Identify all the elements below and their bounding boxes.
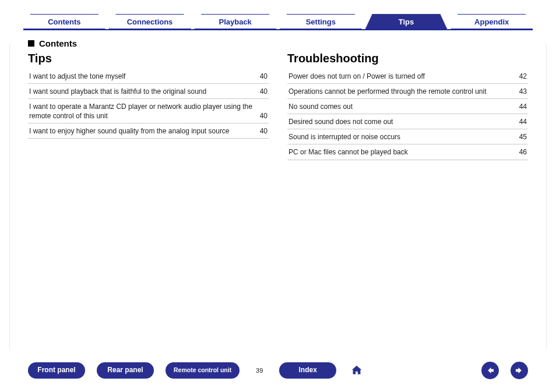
- remote-control-button[interactable]: Remote control unit: [166, 362, 240, 379]
- tips-column: Tips I want to adjust the tone myself 40…: [28, 52, 269, 160]
- tab-contents[interactable]: Contents: [23, 14, 105, 29]
- tab-tips[interactable]: Tips: [365, 14, 448, 29]
- toc-page: 44: [519, 117, 527, 126]
- tab-settings[interactable]: Settings: [280, 14, 362, 29]
- toc-page: 45: [519, 132, 527, 142]
- toc-text: I want sound playback that is faithful t…: [29, 87, 253, 96]
- toc-text: No sound comes out: [288, 102, 512, 111]
- toc-row[interactable]: Operations cannot be performed through t…: [287, 84, 528, 99]
- tab-appendix[interactable]: Appendix: [451, 14, 533, 29]
- toc-page: 40: [260, 72, 268, 81]
- toc-text: Desired sound does not come out: [288, 117, 512, 126]
- toc-row[interactable]: No sound comes out 44: [287, 99, 528, 114]
- arrow-right-icon: [514, 365, 525, 376]
- toc-page: 43: [519, 87, 527, 96]
- toc-text: I want to adjust the tone myself: [29, 72, 253, 81]
- toc-row[interactable]: Power does not turn on / Power is turned…: [287, 69, 528, 84]
- toc-text: Operations cannot be performed through t…: [288, 87, 512, 96]
- contents-label: Contents: [28, 38, 528, 48]
- toc-row[interactable]: I want sound playback that is faithful t…: [28, 84, 269, 99]
- index-button[interactable]: Index: [279, 362, 336, 379]
- contents-label-text: Contents: [39, 38, 77, 48]
- toc-text: Sound is interrupted or noise occurs: [288, 132, 512, 142]
- top-tabs: Contents Connections Playback Settings T…: [0, 0, 556, 29]
- content-area: Contents Tips I want to adjust the tone …: [0, 30, 556, 160]
- toc-page: 46: [519, 147, 527, 157]
- troubleshooting-heading: Troubleshooting: [287, 52, 528, 65]
- prev-page-button[interactable]: [481, 362, 499, 379]
- toc-text: I want to enjoy higher sound quality fro…: [29, 126, 253, 136]
- toc-row[interactable]: Sound is interrupted or noise occurs 45: [287, 129, 528, 144]
- toc-row[interactable]: PC or Mac files cannot be played back 46: [287, 144, 528, 160]
- tab-connections[interactable]: Connections: [109, 14, 191, 29]
- toc-row[interactable]: I want to adjust the tone myself 40: [28, 69, 269, 84]
- square-bullet-icon: [28, 40, 34, 47]
- toc-page: 40: [260, 87, 268, 96]
- tips-heading: Tips: [28, 52, 269, 65]
- toc-text: Power does not turn on / Power is turned…: [288, 72, 512, 81]
- front-panel-button[interactable]: Front panel: [28, 362, 85, 379]
- toc-page: 40: [260, 111, 268, 121]
- toc-row[interactable]: I want to enjoy higher sound quality fro…: [28, 123, 269, 139]
- home-icon: [350, 364, 363, 377]
- toc-text: I want to operate a Marantz CD player or…: [29, 102, 253, 121]
- toc-page: 42: [519, 72, 527, 81]
- toc-row[interactable]: I want to operate a Marantz CD player or…: [28, 99, 269, 123]
- troubleshooting-column: Troubleshooting Power does not turn on /…: [287, 52, 528, 160]
- bottom-bar: Front panel Rear panel Remote control un…: [0, 362, 556, 379]
- rear-panel-button[interactable]: Rear panel: [97, 362, 154, 379]
- toc-page: 44: [519, 102, 527, 111]
- toc-row[interactable]: Desired sound does not come out 44: [287, 114, 528, 129]
- home-button[interactable]: [348, 362, 365, 379]
- arrow-left-icon: [485, 365, 495, 376]
- next-page-button[interactable]: [511, 362, 528, 379]
- tab-playback[interactable]: Playback: [194, 14, 276, 29]
- page-number: 39: [251, 367, 268, 374]
- toc-page: 40: [260, 126, 268, 136]
- toc-text: PC or Mac files cannot be played back: [288, 147, 512, 157]
